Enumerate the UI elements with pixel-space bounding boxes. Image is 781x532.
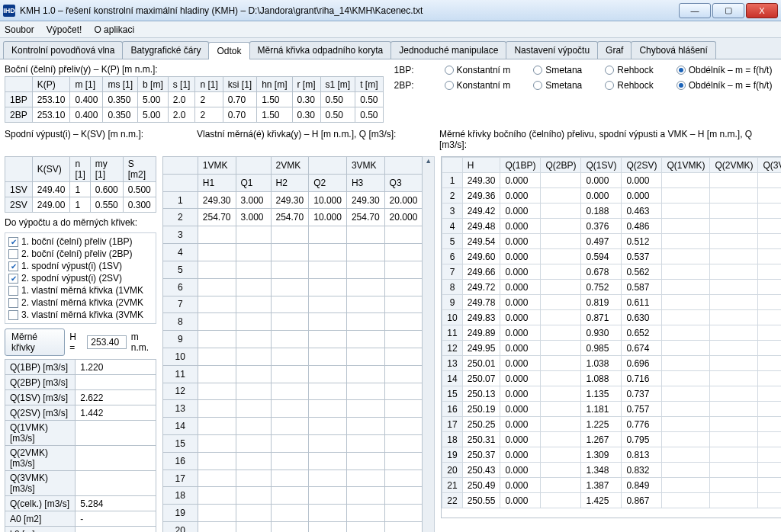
vmk-scrollbar[interactable]: ▲▼ — [423, 156, 435, 532]
radio-1bp-2[interactable]: Rehbock — [605, 65, 653, 75]
table-row[interactable]: 2BP253.100.4000.3505.002.020.701.500.300… — [5, 107, 384, 123]
table-row: Q(1VMK) [m3/s] — [5, 421, 156, 446]
section-vmk-label: Vlastní měrná(é) křivka(y) – H [m n.m.],… — [197, 127, 433, 152]
curves-table[interactable]: HQ(1BP)Q(2BP)Q(1SV)Q(2SV)Q(1VMK)Q(2VMK)Q… — [442, 157, 781, 508]
tab-2[interactable]: Odtok — [208, 42, 249, 59]
chk-item-1[interactable]: 2. boční (čelní) přeliv (2BP) — [8, 248, 153, 259]
table-row[interactable]: 10249.830.0000.8710.6300.000 — [442, 310, 781, 325]
table-row[interactable]: 15250.130.0001.1350.7370.000 — [442, 386, 781, 402]
table-row[interactable]: 17 — [162, 470, 423, 487]
table-row[interactable]: 1SV249.4010.6000.500 — [5, 182, 156, 197]
radio-2bp-1[interactable]: Smetana — [533, 80, 582, 91]
chk-list: ✔1. boční (čelní) přeliv (1BP)2. boční (… — [5, 232, 156, 324]
table-row[interactable]: 8249.720.0000.7520.5870.000 — [442, 280, 781, 295]
vmk-table[interactable]: 1VMK2VMK3VMKH1Q1H2Q2H3Q31249.303.000249.… — [162, 156, 423, 532]
table-row[interactable]: 8 — [162, 313, 423, 331]
table-row[interactable]: 20 — [162, 522, 423, 532]
tab-3[interactable]: Měrná křivka odpadního koryta — [249, 41, 392, 59]
tab-6[interactable]: Graf — [597, 41, 632, 59]
radio-2bp-2[interactable]: Rehbock — [605, 80, 653, 91]
table-row: Q(1SV) [m3/s]2.622 — [5, 390, 156, 405]
table-row[interactable]: 14 — [162, 418, 423, 435]
table-row[interactable]: 12 — [162, 383, 423, 400]
table-row[interactable]: 9 — [162, 331, 423, 348]
chk-item-4[interactable]: 1. vlastní měrná křivka (1VMK — [8, 285, 153, 296]
table-row[interactable]: 19250.370.0001.3090.8130.000 — [442, 447, 781, 463]
radio-icon — [533, 66, 542, 75]
chk-item-5[interactable]: 2. vlastní měrná křivka (2VMK — [8, 297, 153, 308]
chk-item-0[interactable]: ✔1. boční (čelní) přeliv (1BP) — [8, 236, 153, 247]
maximize-button[interactable]: ▢ — [712, 3, 744, 18]
table-row[interactable]: 12249.950.0000.9850.6740.000 — [442, 341, 781, 356]
tab-1[interactable]: Batygrafické čáry — [122, 41, 209, 59]
tab-5[interactable]: Nastavení výpočtu — [506, 41, 598, 59]
tab-4[interactable]: Jednoduché manipulace — [390, 41, 506, 59]
table-row: Q(3VMK) [m3/s] — [5, 471, 156, 496]
table-row[interactable]: 18250.310.0001.2670.7950.000 — [442, 432, 781, 447]
radio-1bp-0[interactable]: Konstantní m — [445, 65, 511, 75]
h-input[interactable]: 253.40 — [87, 335, 126, 349]
tab-0[interactable]: Kontrolní povodňová vlna — [3, 41, 123, 59]
menubar: Soubor Výpočet! O aplikaci — [0, 21, 781, 38]
table-row[interactable]: 11249.890.0000.9300.6520.000 — [442, 325, 781, 341]
table-row[interactable]: 19 — [162, 505, 423, 522]
table-row[interactable]: 7 — [162, 296, 423, 313]
table-row[interactable]: 2SV249.0010.5500.300 — [5, 197, 156, 213]
tab-strip: Kontrolní povodňová vlnaBatygrafické čár… — [0, 38, 781, 59]
bp-table[interactable]: K(P)m [1]ms [1]b [m]s [1]n [1]ksi [1]hn … — [5, 76, 384, 123]
table-row[interactable]: 3 — [162, 226, 423, 244]
chk-title: Do výpočtu a do měrných křivek: — [5, 216, 156, 229]
table-row[interactable]: 13 — [162, 400, 423, 418]
radio-2bp-3[interactable]: Obdélník – m = f(h/t) — [677, 80, 773, 91]
table-row[interactable]: 2254.703.000254.7010.000254.7020.000 — [162, 209, 423, 226]
close-button[interactable]: X — [746, 3, 778, 18]
table-row[interactable]: 4249.480.0000.3760.4860.000 — [442, 219, 781, 234]
radio-group-label: 1BP: — [394, 65, 422, 75]
table-row[interactable]: 3249.420.0000.1880.4630.000 — [442, 204, 781, 219]
table-row[interactable]: 17250.250.0001.2250.7760.000 — [442, 417, 781, 432]
sv-table[interactable]: K(SV)n [1]my [1]S [m2]1SV249.4010.6000.5… — [5, 156, 156, 213]
table-row[interactable]: 9249.780.0000.8190.6110.000 — [442, 295, 781, 310]
chk-item-6[interactable]: 3. vlastní měrná křivka (3VMK — [8, 309, 153, 320]
table-row[interactable]: 1249.303.000249.3010.000249.3020.000 — [162, 191, 423, 209]
radio-1bp-3[interactable]: Obdélník – m = f(h/t) — [677, 65, 773, 75]
table-row[interactable]: 16 — [162, 452, 423, 470]
menu-vypocet[interactable]: Výpočet! — [47, 24, 82, 35]
table-row[interactable]: 6 — [162, 278, 423, 296]
table-row[interactable]: 13250.010.0001.0380.6960.000 — [442, 356, 781, 371]
h-suffix: m n.m. — [131, 332, 156, 353]
checkbox-icon: ✔ — [8, 274, 18, 284]
table-row[interactable]: 21250.490.0001.3870.8490.000 — [442, 478, 781, 493]
table-row[interactable]: 5249.540.0000.4970.5120.000 — [442, 234, 781, 249]
table-row[interactable]: 1BP253.100.4000.3505.002.020.701.500.300… — [5, 92, 384, 107]
table-row: Q(1BP) [m3/s]1.220 — [5, 360, 156, 375]
table-row[interactable]: 2249.360.0000.0000.0000.000 — [442, 188, 781, 204]
chk-item-2[interactable]: ✔1. spodní výpust(i) (1SV) — [8, 261, 153, 271]
table-row[interactable]: 20250.430.0001.3480.8320.000 — [442, 463, 781, 478]
radio-1bp-1[interactable]: Smetana — [533, 65, 582, 75]
table-row[interactable]: 22250.550.0001.4250.8670.000 — [442, 493, 781, 508]
table-row[interactable]: 4 — [162, 244, 423, 261]
table-row[interactable]: 15 — [162, 435, 423, 453]
table-row: Q(2VMK) [m3/s] — [5, 446, 156, 471]
chk-item-3[interactable]: ✔2. spodní výpust(i) (2SV) — [8, 273, 153, 284]
table-row[interactable]: 7249.660.0000.6780.5620.000 — [442, 264, 781, 280]
table-row[interactable]: 14250.070.0001.0880.7160.000 — [442, 371, 781, 386]
table-row[interactable]: 18 — [162, 487, 423, 505]
q-summary-table[interactable]: Q(1BP) [m3/s]1.220Q(2BP) [m3/s]Q(1SV) [m… — [5, 359, 156, 532]
table-row[interactable]: 6249.600.0000.5940.5370.000 — [442, 249, 781, 264]
table-row: Q(2BP) [m3/s] — [5, 375, 156, 390]
radio-icon — [677, 66, 686, 75]
merne-krivky-button[interactable]: Měrné křivky — [5, 328, 65, 356]
radio-icon — [445, 66, 454, 75]
table-row[interactable]: 10 — [162, 348, 423, 365]
menu-o-aplikaci[interactable]: O aplikaci — [94, 24, 134, 35]
table-row[interactable]: 5 — [162, 261, 423, 278]
radio-2bp-0[interactable]: Konstantní m — [445, 80, 511, 91]
tab-7[interactable]: Chybová hlášení — [631, 41, 715, 59]
menu-soubor[interactable]: Soubor — [5, 24, 34, 35]
table-row[interactable]: 11 — [162, 365, 423, 383]
table-row[interactable]: 1249.300.0000.0000.0000.000 — [442, 173, 781, 188]
minimize-button[interactable]: — — [679, 3, 711, 18]
table-row[interactable]: 16250.190.0001.1810.7570.000 — [442, 402, 781, 417]
